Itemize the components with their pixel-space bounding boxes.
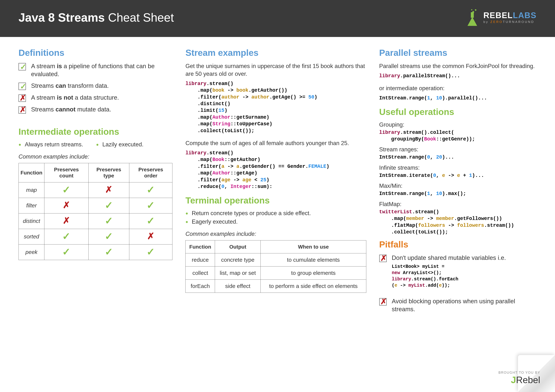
- table-header: Preserves order: [129, 163, 172, 182]
- table-cell: ✗: [129, 229, 172, 244]
- table-cell: ✓: [44, 182, 88, 198]
- table-cell: to cumulate elements: [261, 253, 366, 266]
- table-header: Function: [19, 163, 44, 182]
- table-cell: to perform a side effect on elements: [261, 280, 366, 293]
- table-row: forEachside effectto perform a side effe…: [186, 280, 366, 293]
- pitfall-item: ✗Don't update shared mutable variables i…: [379, 254, 536, 294]
- example2-desc: Compute the sum of ages of all female au…: [185, 139, 366, 147]
- heading-useful: Useful operations: [379, 107, 536, 117]
- table-cell: reduce: [186, 253, 215, 266]
- terminal-subhead: Common examples include:: [185, 231, 366, 237]
- table-cell-function: sorted: [19, 229, 44, 244]
- definition-item: ✓Streams can transform data.: [19, 82, 172, 90]
- table-cell: ✓: [129, 198, 172, 213]
- flask-icon: [466, 9, 481, 26]
- title-bold: Java 8 Streams: [19, 11, 105, 24]
- table-cell: ✓: [88, 244, 129, 260]
- heading-examples: Stream examples: [185, 48, 366, 58]
- table-cell-function: map: [19, 182, 44, 198]
- table-cell: ✓: [129, 182, 172, 198]
- definition-text: A stream is a pipeline of functions that…: [31, 62, 172, 78]
- definition-text: Streams can transform data.: [31, 82, 109, 90]
- table-cell: ✓: [88, 213, 129, 229]
- heading-definitions: Definitions: [19, 48, 172, 58]
- header-banner: Java 8 Streams Cheat Sheet REBELLABS by …: [0, 0, 555, 37]
- table-cell: collect: [186, 266, 215, 280]
- definition-item: ✓A stream is a pipeline of functions tha…: [19, 62, 172, 78]
- definition-text: Streams cannot mutate data.: [31, 106, 111, 114]
- bullet-item: Always return streams.: [19, 141, 83, 148]
- footer-jrebel: JRebel: [498, 375, 540, 385]
- logo-text: REBELLABS: [483, 11, 536, 19]
- heading-intermediate: Intermediate operations: [19, 127, 172, 137]
- table-cell-function: peek: [19, 244, 44, 260]
- operation-label: FlatMap:: [379, 201, 536, 207]
- x-icon: ✗: [19, 106, 26, 114]
- pitfall-text: Avoid blocking operations when using par…: [392, 297, 536, 313]
- table-row: sorted✓✓✗: [19, 229, 172, 244]
- parallel-code2: IntStream.range(1, 10).parallel()...: [379, 95, 536, 101]
- footer-brought: BROUGHT TO YOU BY: [498, 371, 540, 375]
- bullet-item: Return concrete types or produce a side …: [185, 210, 366, 217]
- operation-label: Infinite streams:: [379, 164, 536, 171]
- operation-code: IntStream.range(1, 10).max();: [379, 190, 536, 197]
- table-cell: ✓: [129, 244, 172, 260]
- intermediate-bullets: Always return streams.Lazily executed.: [19, 141, 172, 148]
- operation-label: Stream ranges:: [379, 146, 536, 153]
- table-cell: ✓: [44, 244, 88, 260]
- pitfall-code: List<Book> myList = new ArrayList<>(); l…: [392, 264, 506, 288]
- intermediate-table: FunctionPreserves countPreserves typePre…: [19, 163, 172, 260]
- page-title: Java 8 Streams Cheat Sheet: [19, 11, 174, 24]
- operation-code: twitterList.stream() .map(member -> memb…: [379, 209, 536, 236]
- table-cell: ✓: [129, 213, 172, 229]
- table-cell: ✓: [44, 229, 88, 244]
- terminal-bullets: Return concrete types or produce a side …: [185, 210, 366, 225]
- logo-labs: LABS: [513, 11, 536, 20]
- heading-terminal: Terminal operations: [185, 195, 366, 206]
- title-light: Cheat Sheet: [105, 11, 174, 24]
- operation-code: library.stream().collect( groupingBy(Boo…: [379, 129, 536, 143]
- check-icon: ✓: [19, 83, 26, 90]
- table-cell-function: filter: [19, 198, 44, 213]
- x-icon: ✗: [19, 94, 26, 102]
- example2-code: library.stream() .map(Book::getAuthor) .…: [185, 150, 366, 190]
- operation-code: IntStream.range(0, 20)...: [379, 154, 536, 161]
- parallel-code1: library.parallelStream()...: [379, 73, 536, 79]
- x-icon: ✗: [379, 298, 387, 306]
- table-row: distinct✗✓✓: [19, 213, 172, 229]
- definition-text: A stream is not a data structure.: [31, 94, 119, 102]
- table-header: Preserves type: [88, 163, 129, 182]
- operation-label: Max/Min:: [379, 183, 536, 189]
- table-cell: ✗: [44, 213, 88, 229]
- table-cell: ✗: [44, 198, 88, 213]
- table-cell: side effect: [215, 280, 261, 293]
- logo-subtitle: by ZEROTURNAROUND: [483, 20, 536, 24]
- definitions-list: ✓A stream is a pipeline of functions tha…: [19, 62, 172, 114]
- pitfall-text: Don't update shared mutable variables i.…: [392, 254, 506, 262]
- definition-item: ✗A stream is not a data structure.: [19, 94, 172, 102]
- table-header: Preserves count: [44, 163, 88, 182]
- bullet-item: Lazily executed.: [96, 141, 143, 148]
- example1-desc: Get the unique surnames in uppercase of …: [185, 62, 366, 78]
- table-header: Function: [186, 240, 215, 253]
- footer: BROUGHT TO YOU BY JRebel: [498, 371, 540, 385]
- pitfall-item: ✗Avoid blocking operations when using pa…: [379, 297, 536, 313]
- table-cell-function: distinct: [19, 213, 44, 229]
- table-cell: ✓: [88, 229, 129, 244]
- table-cell: list, map or set: [215, 266, 261, 280]
- x-icon: ✗: [379, 255, 387, 262]
- table-cell: to group elements: [261, 266, 366, 280]
- pitfalls-list: ✗Don't update shared mutable variables i…: [379, 254, 536, 314]
- operation-label: Grouping:: [379, 121, 536, 128]
- table-cell: concrete type: [215, 253, 261, 266]
- table-row: collectlist, map or setto group elements: [186, 266, 366, 280]
- heading-pitfalls: Pitfalls: [379, 239, 536, 249]
- logo: REBELLABS by ZEROTURNAROUND: [466, 9, 536, 26]
- check-icon: ✓: [19, 63, 26, 71]
- terminal-table: FunctionOutputWhen to use reduceconcrete…: [185, 240, 366, 293]
- logo-rebel: REBEL: [483, 11, 513, 20]
- heading-parallel: Parallel streams: [379, 48, 536, 58]
- parallel-desc2: or intermediate operation:: [379, 85, 536, 92]
- definition-item: ✗Streams cannot mutate data.: [19, 106, 172, 114]
- table-row: reduceconcrete typeto cumulate elements: [186, 253, 366, 266]
